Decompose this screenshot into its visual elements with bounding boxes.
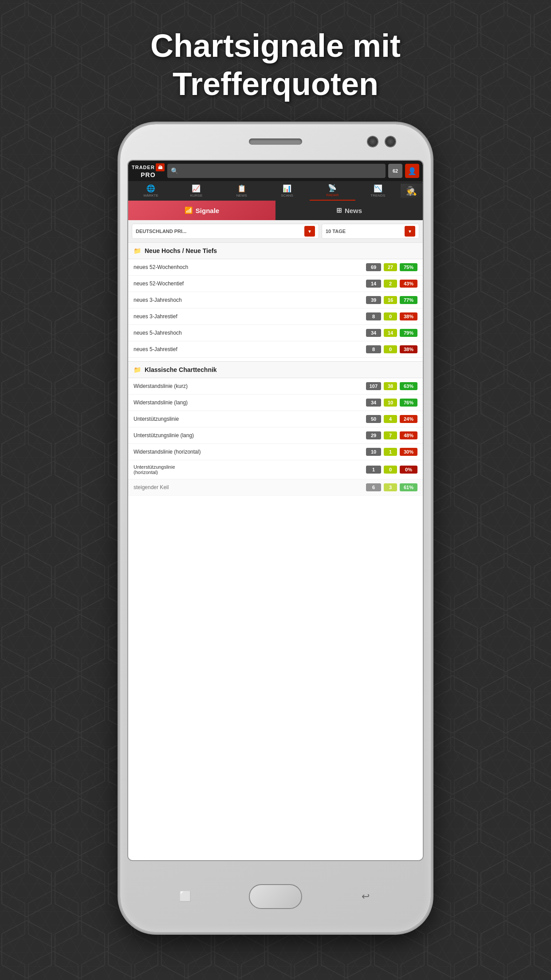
count2-badge: 1 (384, 448, 397, 456)
count1-badge: 107 (366, 382, 381, 390)
tab-news[interactable]: 📋 NEWS (219, 182, 264, 200)
market-filter-text: DEUTSCHLAND PRI... (136, 229, 186, 234)
trends-icon: 📉 (374, 184, 382, 193)
phone-camera-left (368, 137, 378, 146)
tab-scans[interactable]: 📊 SCANS (264, 182, 310, 200)
count2-badge: 7 (384, 431, 397, 439)
tab-kurse-label: KURSE (190, 194, 203, 198)
news-label: News (345, 207, 362, 214)
count1-badge: 6 (366, 483, 381, 491)
scans-icon: 📊 (283, 184, 291, 193)
count1-badge: 34 (366, 399, 381, 407)
tab-maerkte-label: MÄRKTE (143, 194, 158, 198)
pct-badge: 24% (400, 415, 417, 423)
pct-badge: 61% (400, 483, 417, 491)
count2-badge: 0 (384, 312, 397, 320)
tab-scans-label: SCANS (281, 194, 293, 198)
count1-badge: 34 (366, 329, 381, 337)
user-button[interactable]: 👤 (405, 164, 419, 178)
count1-badge: 14 (366, 280, 381, 288)
count2-badge: 38 (384, 382, 397, 390)
row-label: Unterstützungslinie(horizontal) (134, 464, 363, 475)
row-label: steigender Keil (134, 484, 363, 490)
count1-badge: 29 (366, 431, 381, 439)
toggle-signale[interactable]: 📶 Signale (128, 201, 276, 220)
globe-icon: 🌐 (146, 184, 155, 193)
logo-pro-text: PRO (141, 171, 155, 178)
search-icon: 🔍 (171, 167, 178, 174)
nav-tabs: 🌐 MÄRKTE 📈 KURSE 📋 NEWS 📊 SCANS 📡 (128, 181, 423, 201)
pct-badge: 43% (400, 280, 417, 288)
count1-badge: 1 (366, 466, 381, 474)
count2-badge: 4 (384, 415, 397, 423)
count2-badge: 14 (384, 329, 397, 337)
count1-badge: 10 (366, 448, 381, 456)
radar-icon: 📡 (328, 184, 337, 192)
news-icon: 📋 (237, 184, 246, 193)
row-label: Widerstandslinie (lang) (134, 399, 363, 406)
row-label: neues 5-Jahreshoch (134, 330, 363, 336)
search-bar[interactable]: 🔍 (167, 164, 386, 178)
count1-badge: 50 (366, 415, 381, 423)
row-label: Widerstandslinie (kurz) (134, 383, 363, 389)
count1-badge: 8 (366, 312, 381, 320)
phone-camera-right (386, 137, 395, 146)
row-label: neues 3-Jahreshoch (134, 297, 363, 303)
table-row: Widerstandslinie (lang) 34 10 76% (128, 395, 423, 411)
count1-badge: 8 (366, 345, 381, 353)
table-row: Unterstützungslinie(horizontal) 1 0 0% (128, 460, 423, 479)
recent-apps-button[interactable]: ⬜ (172, 883, 199, 910)
tab-radar-label: RADAR (326, 193, 338, 197)
pct-badge: 77% (400, 296, 417, 304)
table-row: neues 52-Wochenhoch 69 27 75% (128, 259, 423, 276)
app-logo: TRADER 🏔 PRO (132, 163, 165, 178)
period-filter-text: 10 TAGE (326, 229, 346, 234)
signal-wave-icon: 📶 (185, 206, 193, 214)
pct-badge: 30% (400, 448, 417, 456)
section-title-1: Neue Hochs / Neue Tiefs (145, 247, 217, 254)
row-label: neues 52-Wochentief (134, 281, 363, 287)
count2-badge: 16 (384, 296, 397, 304)
notification-badge[interactable]: 62 (388, 164, 402, 178)
count2-badge: 0 (384, 466, 397, 474)
logo-top: TRADER 🏔 (132, 163, 165, 171)
wingman-tab[interactable]: 🕵 (401, 184, 423, 198)
table-row: neues 5-Jahrestief 8 0 38% (128, 341, 423, 358)
tab-trends-label: TRENDS (370, 194, 385, 198)
count2-badge: 2 (384, 280, 397, 288)
period-filter[interactable]: 10 TAGE ▼ (322, 224, 419, 239)
table-row: Widerstandslinie (horizontal) 10 1 30% (128, 444, 423, 460)
market-dropdown-arrow[interactable]: ▼ (304, 226, 315, 237)
content-area: 📁 Neue Hochs / Neue Tiefs neues 52-Woche… (128, 242, 423, 861)
table-row: neues 3-Jahrestief 8 0 38% (128, 308, 423, 325)
pct-badge: 48% (400, 431, 417, 439)
table-row: Unterstützungslinie 50 4 24% (128, 411, 423, 427)
period-dropdown-arrow[interactable]: ▼ (405, 226, 415, 237)
table-row: Unterstützungslinie (lang) 29 7 48% (128, 427, 423, 444)
phone-screen: TRADER 🏔 PRO 🔍 62 👤 (127, 160, 424, 861)
row-label: neues 5-Jahrestief (134, 346, 363, 352)
row-label: neues 52-Wochenhoch (134, 264, 363, 270)
pct-badge: 38% (400, 345, 417, 353)
toggle-bar: 📶 Signale ⊞ News (128, 201, 423, 220)
toggle-news[interactable]: ⊞ News (276, 201, 423, 220)
row-label: Unterstützungslinie (lang) (134, 432, 363, 439)
logo-icon: 🏔 (156, 163, 165, 171)
home-button[interactable] (249, 884, 302, 909)
back-icon: ↩ (362, 891, 370, 902)
app-header: TRADER 🏔 PRO 🔍 62 👤 (128, 161, 423, 181)
table-row: steigender Keil 6 3 61% (128, 479, 423, 496)
tab-radar[interactable]: 📡 RADAR (310, 181, 355, 201)
phone-speaker (249, 138, 302, 145)
market-filter[interactable]: DEUTSCHLAND PRI... ▼ (132, 224, 319, 239)
tab-maerkte[interactable]: 🌐 MÄRKTE (128, 182, 173, 200)
section-header-2: 📁 Klassische Charttechnik (128, 361, 423, 378)
row-label: Widerstandslinie (horizontal) (134, 449, 363, 455)
logo-trader-text: TRADER (132, 165, 155, 170)
wingman-icon: 🕵 (406, 186, 417, 196)
tab-kurse[interactable]: 📈 KURSE (173, 182, 219, 200)
tab-trends[interactable]: 📉 TRENDS (355, 182, 401, 200)
table-row: neues 52-Wochentief 14 2 43% (128, 276, 423, 292)
row-label: neues 3-Jahrestief (134, 313, 363, 320)
back-button[interactable]: ↩ (352, 883, 379, 910)
